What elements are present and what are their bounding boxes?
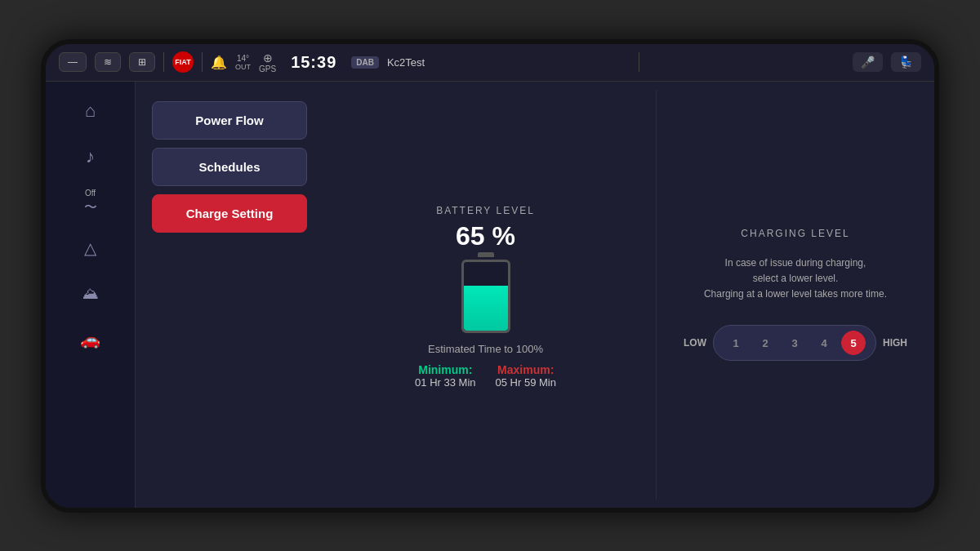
separator-2 [202, 52, 203, 72]
battery-outer [461, 260, 510, 333]
dash-icon: — [68, 56, 78, 68]
level-4-button[interactable]: 4 [812, 331, 836, 355]
seat-button[interactable]: 💺 [891, 52, 921, 72]
temperature-display: 14° [237, 54, 249, 63]
minimum-time: Minimum: 01 Hr 33 Min [415, 363, 475, 389]
level-5-button[interactable]: 5 [841, 331, 866, 355]
gps-widget: ⊕ GPS [259, 51, 276, 73]
nav-icon: △ [84, 238, 96, 258]
minimum-value: 01 Hr 33 Min [415, 376, 475, 389]
sidebar-item-carnet[interactable]: ⛰ [62, 273, 119, 315]
wave-icon: 〜 [84, 199, 97, 216]
level-2-button[interactable]: 2 [753, 331, 777, 355]
time-display: 15:39 [291, 53, 336, 72]
maximum-label: Maximum: [496, 363, 556, 376]
temp-label: OUT [235, 63, 251, 71]
battery-section: BATTERY LEVEL 65 % Estimated Time to 100… [323, 95, 648, 500]
music-icon: ♪ [86, 146, 95, 167]
dash-button[interactable]: — [59, 52, 87, 72]
seat-heat-icon: 💺 [899, 56, 913, 69]
charging-title: CHARGING LEVEL [741, 228, 849, 239]
battery-percent: 65 % [456, 221, 515, 251]
high-label: HIGH [883, 337, 907, 349]
separator-3 [639, 52, 639, 72]
schedules-button[interactable]: Schedules [152, 148, 307, 186]
time-row: Minimum: 01 Hr 33 Min Maximum: 05 Hr 59 … [415, 363, 556, 389]
separator-1 [163, 52, 164, 72]
sidebar-item-home[interactable]: ⌂ [62, 90, 119, 132]
level-3-button[interactable]: 3 [782, 331, 807, 355]
minimum-label: Minimum: [415, 363, 475, 376]
battery-title: BATTERY LEVEL [436, 205, 535, 216]
maximum-time: Maximum: 05 Hr 59 Min [496, 363, 556, 389]
sidebar-item-nav[interactable]: △ [62, 227, 119, 269]
heat-button[interactable]: ≋ [95, 52, 121, 72]
charge-setting-button[interactable]: Charge Setting [152, 194, 307, 233]
nav-buttons: Power Flow Schedules Charge Setting [152, 101, 307, 500]
main-content: ⌂ ♪ Off 〜 △ ⛰ 🚗 [46, 82, 934, 508]
power-flow-button[interactable]: Power Flow [152, 101, 307, 140]
battery-fill [464, 286, 508, 331]
station-name: Kc2Test [387, 56, 425, 69]
charging-panel: CHARGING LEVEL In case of issue during c… [657, 82, 934, 508]
car-icon: 🚗 [80, 330, 100, 349]
estimated-time-label: Estimated Time to 100% [428, 343, 543, 355]
mic-icon: 🎤 [861, 56, 875, 69]
grid-icon: ⊞ [138, 56, 146, 68]
grid-button[interactable]: ⊞ [129, 52, 155, 72]
mic-button[interactable]: 🎤 [853, 52, 883, 72]
bell-icon[interactable]: 🔔 [211, 55, 227, 70]
car-infotainment-screen: — ≋ ⊞ FIAT 🔔 14° OUT ⊕ GPS 15:39 DAB Kc2… [41, 39, 939, 513]
level-1-button[interactable]: 1 [724, 331, 748, 355]
off-label: Off [85, 189, 96, 198]
home-icon: ⌂ [85, 100, 96, 122]
sidebar-item-off[interactable]: Off 〜 [62, 181, 119, 224]
fiat-logo: FIAT [172, 51, 194, 73]
sidebar-item-car[interactable]: 🚗 [62, 318, 119, 361]
dab-badge: DAB [351, 56, 379, 69]
battery-icon [461, 260, 510, 333]
sidebar: ⌂ ♪ Off 〜 △ ⛰ 🚗 [46, 82, 136, 508]
left-controls: — ≋ ⊞ [59, 52, 155, 72]
status-bar: — ≋ ⊞ FIAT 🔔 14° OUT ⊕ GPS 15:39 DAB Kc2… [46, 44, 934, 82]
gps-icon: ⊕ [263, 51, 273, 64]
sidebar-item-music[interactable]: ♪ [62, 136, 119, 178]
gps-label: GPS [259, 64, 276, 73]
battery-top-terminal [478, 252, 494, 257]
maximum-value: 05 Hr 59 Min [496, 376, 556, 389]
level-track: 1 2 3 4 5 [713, 325, 876, 361]
low-label: LOW [684, 337, 706, 349]
charging-description: In case of issue during charging, select… [704, 256, 887, 303]
carnet-icon: ⛰ [82, 284, 99, 303]
heat-icon: ≋ [104, 56, 112, 68]
temp-gps-widget: 14° OUT [235, 54, 251, 71]
level-selector: LOW 1 2 3 4 5 HIGH [684, 325, 907, 361]
